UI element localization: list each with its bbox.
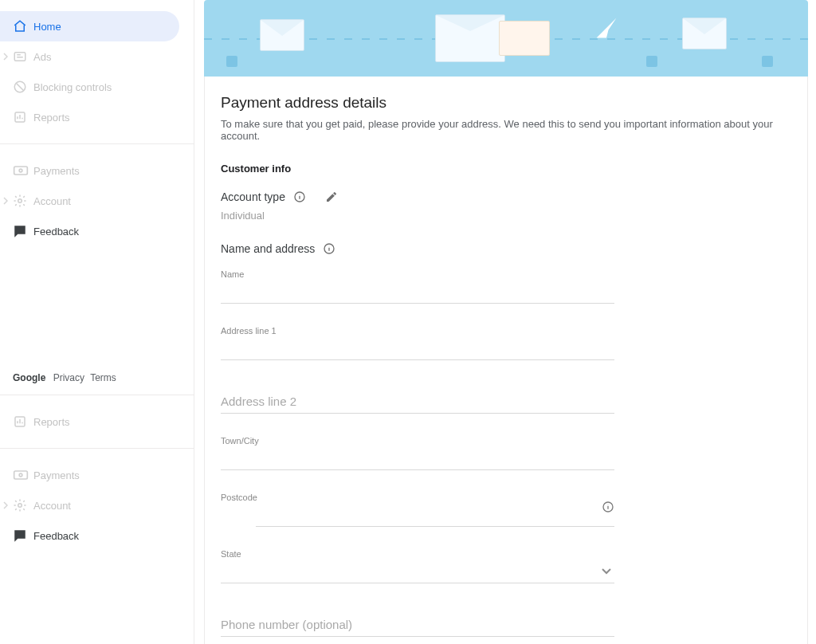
svg-point-4 — [19, 169, 22, 172]
block-icon — [13, 80, 33, 94]
addr2-input[interactable] — [221, 392, 614, 414]
sidebar-item-label: Payments — [33, 469, 80, 481]
reports-icon — [13, 110, 33, 124]
sidebar-item-label: Account — [33, 195, 71, 207]
name-input[interactable] — [221, 282, 614, 304]
feedback-icon — [13, 528, 33, 543]
sidebar-item-label: Account — [33, 500, 71, 512]
postcode-field-wrap: Postcode — [221, 493, 614, 527]
sidebar-item-account-2[interactable]: Account — [0, 490, 194, 520]
expand-icon — [3, 503, 8, 508]
sidebar-item-label: Payments — [33, 165, 80, 177]
postcode-label: Postcode — [221, 493, 614, 502]
sidebar-item-label: Home — [33, 21, 61, 33]
payments-icon — [13, 469, 33, 481]
svg-point-9 — [18, 504, 22, 508]
svg-point-5 — [18, 199, 22, 203]
sidebar-item-reports-2[interactable]: Reports — [0, 406, 194, 437]
name-address-label: Name and address — [221, 242, 315, 255]
account-type-row: Account type — [221, 190, 791, 203]
sidebar-footer: Google Privacy Terms — [0, 361, 194, 395]
addr1-field-wrap: Address line 1 — [221, 326, 614, 360]
gear-icon — [13, 498, 33, 512]
city-label: Town/City — [221, 436, 614, 446]
sidebar-item-label: Reports — [33, 416, 70, 428]
gear-icon — [13, 194, 33, 208]
payments-icon — [13, 165, 33, 176]
svg-point-8 — [19, 473, 22, 477]
svg-rect-7 — [14, 471, 28, 479]
state-field-wrap: State — [221, 549, 614, 583]
name-field-wrap: Name — [221, 269, 614, 304]
page-subtitle: To make sure that you get paid, please p… — [221, 118, 791, 142]
customer-info-heading: Customer info — [221, 163, 791, 175]
name-label: Name — [221, 269, 614, 279]
sidebar-item-label: Blocking controls — [33, 81, 112, 93]
addr1-label: Address line 1 — [221, 326, 614, 336]
privacy-link[interactable]: Privacy — [53, 372, 84, 383]
account-type-value: Individual — [221, 210, 791, 222]
addr1-input[interactable] — [221, 339, 614, 360]
sidebar-item-payments[interactable]: Payments — [0, 155, 194, 186]
pencil-icon[interactable] — [325, 190, 338, 203]
state-label: State — [221, 549, 614, 559]
sidebar-item-label: Ads — [33, 51, 51, 63]
name-address-row: Name and address — [221, 242, 791, 255]
sidebar-item-payments-2[interactable]: Payments — [0, 460, 194, 490]
phone-input[interactable] — [221, 615, 614, 637]
feedback-icon — [13, 224, 33, 238]
sidebar-item-label: Reports — [33, 112, 70, 124]
expand-icon — [3, 198, 8, 203]
sidebar-item-label: Feedback — [33, 530, 79, 542]
info-icon[interactable] — [602, 501, 614, 516]
phone-field-wrap — [221, 615, 614, 637]
account-type-label: Account type — [221, 190, 285, 203]
svg-rect-3 — [14, 167, 28, 175]
terms-link[interactable]: Terms — [90, 372, 116, 383]
city-field-wrap: Town/City — [221, 436, 614, 470]
main-content: Payment address details To make sure tha… — [204, 0, 808, 644]
hero-banner — [204, 0, 808, 77]
sidebar: Home Ads Blocking controls Reports — [0, 0, 194, 644]
sidebar-item-account[interactable]: Account — [0, 186, 194, 216]
page-title: Payment address details — [221, 94, 791, 112]
reports-icon — [13, 414, 33, 429]
expand-icon — [3, 54, 8, 59]
google-logo-text: Google — [13, 372, 45, 383]
postcode-input[interactable] — [256, 505, 614, 527]
ads-icon — [13, 49, 33, 64]
city-input[interactable] — [221, 449, 614, 470]
sidebar-item-label: Feedback — [33, 226, 79, 238]
sidebar-item-feedback[interactable]: Feedback — [0, 216, 194, 246]
info-icon[interactable] — [293, 190, 306, 203]
sidebar-item-home[interactable]: Home — [0, 11, 179, 41]
sidebar-item-blocking[interactable]: Blocking controls — [0, 72, 194, 102]
addr2-field-wrap — [221, 392, 614, 414]
home-icon — [13, 19, 33, 33]
sidebar-item-ads[interactable]: Ads — [0, 41, 194, 72]
state-select[interactable] — [221, 562, 614, 583]
sidebar-item-reports[interactable]: Reports — [0, 102, 194, 132]
sidebar-item-feedback-2[interactable]: Feedback — [0, 520, 194, 551]
info-icon[interactable] — [323, 242, 335, 255]
